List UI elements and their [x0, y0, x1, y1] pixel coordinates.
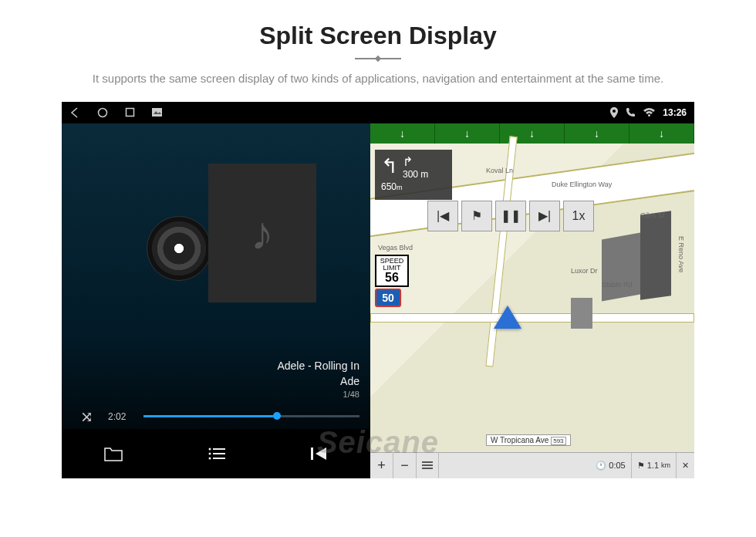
progress-row: ⤨ 2:02	[62, 401, 370, 429]
picture-icon[interactable]	[152, 108, 162, 117]
lane-arrow-icon: ↓	[529, 127, 535, 140]
menu-button[interactable]	[417, 453, 439, 478]
sim-pause-button[interactable]: ❚❚	[495, 201, 526, 231]
svg-rect-9	[213, 458, 225, 459]
page-subtitle: It supports the same screen display of t…	[0, 70, 756, 102]
street-reno: E Reno Ave	[677, 236, 685, 272]
previous-button[interactable]	[311, 446, 328, 461]
disc-icon	[147, 216, 211, 281]
lane-arrow-icon: ↓	[400, 127, 405, 140]
sim-speed-button[interactable]: 1x	[563, 201, 594, 231]
cancel-route-button[interactable]: ✕	[677, 453, 694, 478]
flag-icon: ⚑	[637, 461, 645, 471]
track-info: Adele - Rolling In Ade 1/48	[62, 359, 370, 401]
album-art-area: ♪	[62, 123, 370, 359]
street-koval: Koval Ln	[486, 167, 513, 174]
svg-point-8	[209, 457, 211, 459]
svg-rect-1	[127, 109, 134, 117]
remaining-distance: ⚑1.1km	[632, 453, 677, 478]
phone-icon	[626, 107, 636, 117]
zoom-in-button[interactable]: +	[370, 453, 393, 478]
street-duke: Duke Ellington Way	[552, 181, 612, 188]
music-note-icon: ♪	[251, 207, 274, 260]
svg-point-3	[613, 110, 616, 113]
svg-rect-12	[422, 464, 433, 466]
turn-distance: 650	[381, 181, 397, 192]
svg-point-0	[99, 108, 107, 117]
player-bottom-bar	[62, 429, 370, 478]
sim-controls: |◀ ⚑ ❚❚ ▶| 1x	[427, 201, 594, 231]
vehicle-position-icon	[494, 306, 521, 329]
folder-button[interactable]	[104, 446, 123, 461]
sim-next-button[interactable]: ▶|	[529, 201, 560, 231]
track-title: Adele - Rolling In	[62, 359, 359, 374]
speed-limit-value: 56	[376, 272, 407, 284]
svg-rect-7	[213, 453, 225, 454]
svg-point-4	[209, 448, 211, 450]
eta-time: 🕐0:05	[590, 453, 631, 478]
next-turn-distance: 300 m	[403, 169, 428, 180]
track-artist: Ade	[62, 374, 359, 390]
wifi-icon	[643, 108, 655, 117]
clock-icon: 🕐	[596, 461, 606, 471]
music-player-pane: ♪ Adele - Rolling In Ade 1/48 ⤨ 2:02	[62, 123, 370, 478]
svg-rect-13	[422, 468, 433, 469]
location-icon	[610, 107, 618, 118]
route-shield: 50	[375, 289, 401, 307]
navigation-pane: ↓ ↓ ↓ ↓ ↓ S Las Vegas Blvd Koval Ln Duke…	[370, 123, 694, 478]
street-tropicana: W Tropicana Ave 593	[486, 434, 571, 446]
seek-bar[interactable]	[143, 415, 359, 417]
svg-rect-10	[311, 448, 313, 460]
status-bar: 13:26	[62, 102, 694, 123]
device-screenshot: 13:26 ♪ Adele - Rolling In Ade 1/48 ⤨ 2:…	[62, 102, 694, 478]
svg-point-6	[209, 452, 211, 454]
svg-rect-5	[213, 448, 225, 450]
album-art-placeholder: ♪	[208, 164, 316, 302]
home-icon[interactable]	[97, 107, 108, 118]
lane-arrow-icon: ↓	[464, 127, 470, 140]
track-index: 1/48	[62, 389, 359, 400]
playlist-button[interactable]	[208, 447, 226, 461]
back-icon[interactable]	[69, 107, 80, 118]
zoom-out-button[interactable]: −	[393, 453, 417, 478]
clock-text: 13:26	[663, 107, 687, 118]
turn-distance-unit: m	[397, 184, 403, 191]
turn-right-icon: ↱	[403, 154, 428, 169]
lane-arrow-icon: ↓	[659, 127, 664, 140]
recents-icon[interactable]	[125, 107, 135, 117]
speed-limit-sign: SPEED LIMIT 56	[375, 255, 409, 287]
lane-guidance-strip: ↓ ↓ ↓ ↓ ↓	[370, 123, 694, 144]
street-stable: Stable Rd	[602, 281, 633, 289]
street-luxor: Luxor Dr	[571, 267, 598, 275]
title-underline	[355, 58, 401, 59]
svg-rect-11	[422, 461, 433, 463]
street-vegas: Vegas Blvd	[378, 244, 413, 252]
shuffle-button[interactable]: ⤨	[73, 407, 100, 426]
nav-bottom-bar: + − 🕐0:05 ⚑1.1km ✕	[370, 452, 694, 478]
turn-instruction-box: ↰ ↱ 300 m 650m	[375, 150, 452, 200]
turn-left-icon: ↰	[381, 154, 398, 178]
street-giles: Giles St	[640, 211, 665, 219]
sim-prev-button[interactable]: |◀	[427, 201, 458, 231]
elapsed-time: 2:02	[108, 411, 136, 422]
close-icon: ✕	[682, 461, 689, 471]
sim-flag-button[interactable]: ⚑	[461, 201, 492, 231]
lane-arrow-icon: ↓	[594, 127, 599, 140]
page-title: Split Screen Display	[0, 0, 756, 50]
